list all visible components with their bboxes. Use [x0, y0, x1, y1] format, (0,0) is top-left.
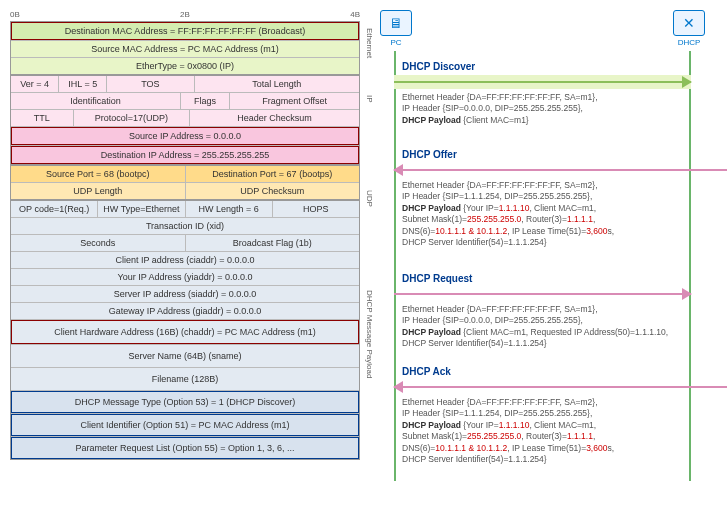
msg-discover: DHCP Discover Ethernet Header {DA=FF:FF:… [394, 59, 691, 128]
udp-dport: Destination Port = 67 (bootps) [186, 166, 360, 182]
dhcp-opt55: Parameter Request List (Option 55) = Opt… [11, 437, 359, 459]
ip-ver: Ver = 4 [11, 76, 59, 92]
ip-tlen: Total Length [195, 76, 360, 92]
eth-dmac: Destination MAC Address = FF:FF:FF:FF:FF… [11, 22, 359, 40]
actor-pc-label: PC [376, 38, 416, 47]
sequence-diagram: 🖥 PC ✕ DHCP DHCP Discover Ethernet Heade… [368, 10, 717, 481]
ip-tos: TOS [107, 76, 194, 92]
dhcp-bflag: Broadcast Flag (1b) [186, 235, 360, 251]
msg-ack-title: DHCP Ack [394, 364, 691, 379]
actor-pc: 🖥 PC [376, 10, 416, 47]
dhcp-yiaddr: Your IP Address (yiaddr) = 0.0.0.0 [11, 269, 359, 285]
msg-ack: DHCP Ack Ethernet Header {DA=FF:FF:FF:FF… [394, 364, 691, 468]
msg-request-body: Ethernet Header {DA=FF:FF:FF:FF:FF:FF, S… [394, 302, 691, 352]
eth-smac: Source MAC Address = PC MAC Address (m1) [11, 41, 359, 57]
udp-header: Source Port = 68 (bootpc) Destination Po… [10, 165, 360, 200]
udp-len: UDP Length [11, 183, 186, 199]
dhcp-hwl: HW Length = 6 [186, 201, 273, 217]
msg-request-title: DHCP Request [394, 271, 691, 286]
dhcp-file: Filename (128B) [11, 368, 359, 390]
packet-structure: 0B2B4B Destination MAC Address = FF:FF:F… [10, 10, 360, 481]
ip-id: Identification [11, 93, 181, 109]
eth-ethertype: EtherType = 0x0800 (IP) [11, 58, 359, 74]
dhcp-op: OP code=1(Req.) [11, 201, 98, 217]
dhcp-hops: HOPS [273, 201, 359, 217]
msg-request: DHCP Request Ethernet Header {DA=FF:FF:F… [394, 271, 691, 352]
udp-sport: Source Port = 68 (bootpc) [11, 166, 186, 182]
ip-frag: Fragment Offset [230, 93, 359, 109]
ip-sip: Source IP Address = 0.0.0.0 [11, 127, 359, 145]
dhcp-hwt: HW Type=Ethernet [98, 201, 185, 217]
pc-icon: 🖥 [380, 10, 412, 36]
udp-csum: UDP Checksum [186, 183, 360, 199]
msg-discover-body: Ethernet Header {DA=FF:FF:FF:FF:FF:FF, S… [394, 90, 691, 128]
dhcp-payload: OP code=1(Req.) HW Type=Ethernet HW Leng… [10, 200, 360, 460]
msg-offer-body: Ethernet Header {DA=FF:FF:FF:FF:FF:FF, S… [394, 178, 691, 251]
ip-header: Ver = 4 IHL = 5 TOS Total Length Identif… [10, 75, 360, 165]
dhcp-secs: Seconds [11, 235, 186, 251]
arrow-left-icon [394, 163, 727, 177]
server-icon: ✕ [673, 10, 705, 36]
ip-flags: Flags [181, 93, 230, 109]
dhcp-xid: Transaction ID (xid) [11, 218, 359, 234]
msg-discover-title: DHCP Discover [394, 59, 691, 74]
msg-offer: DHCP Offer Ethernet Header {DA=FF:FF:FF:… [394, 147, 691, 251]
dhcp-chaddr: Client Hardware Address (16B) (chaddr) =… [11, 320, 359, 344]
arrow-left-icon [394, 380, 727, 394]
dhcp-siaddr: Server IP address (siaddr) = 0.0.0.0 [11, 286, 359, 302]
ethernet-header: Destination MAC Address = FF:FF:FF:FF:FF… [10, 21, 360, 75]
actor-dhcp-label: DHCP [669, 38, 709, 47]
arrow-right-icon [394, 287, 691, 301]
msg-offer-title: DHCP Offer [394, 147, 691, 162]
dhcp-ciaddr: Client IP address (ciaddr) = 0.0.0.0 [11, 252, 359, 268]
dhcp-opt51: Client Identifier (Option 51) = PC MAC A… [11, 414, 359, 436]
ip-ttl: TTL [11, 110, 74, 126]
dhcp-opt53: DHCP Message Type (Option 53) = 1 (DHCP … [11, 391, 359, 413]
actor-dhcp: ✕ DHCP [669, 10, 709, 47]
byte-ruler: 0B2B4B [10, 10, 360, 21]
ip-proto: Protocol=17(UDP) [74, 110, 190, 126]
msg-ack-body: Ethernet Header {DA=FF:FF:FF:FF:FF:FF, S… [394, 395, 691, 468]
ip-ihl: IHL = 5 [59, 76, 107, 92]
ip-dip: Destination IP Address = 255.255.255.255 [11, 146, 359, 164]
dhcp-giaddr: Gateway IP Address (giaddr) = 0.0.0.0 [11, 303, 359, 319]
ip-hcsum: Header Checksum [190, 110, 359, 126]
arrow-right-icon [394, 75, 691, 89]
dhcp-sname: Server Name (64B) (sname) [11, 345, 359, 367]
